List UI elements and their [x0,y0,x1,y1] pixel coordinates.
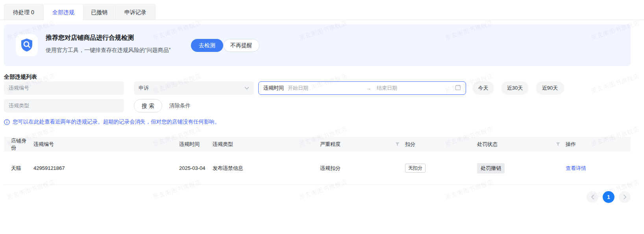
violation-date-range-picker[interactable]: 违规时间 开始日期 → 结束日期 [258,81,466,95]
page-1-button[interactable]: 1 [603,191,614,203]
violation-id-input[interactable]: 违规编号 [4,81,124,95]
search-button[interactable]: 搜 索 [134,99,162,112]
cell-actions: 查看详情 [566,165,631,172]
col-severity: 严重程度 [320,137,405,152]
cell-violation-time: 2025-03-04 [179,165,213,171]
banner-icon-box [16,34,38,56]
notice-text: 您可以在此处查看近两年的违规记录。超期的记录会消失，但对您的店铺没有任何影响。 [13,118,220,125]
col-actions: 操作 [566,137,631,152]
compliance-banner: 推荐您对店铺商品进行合规检测 使用官方工具，一键排查存在违规风险的“问题商品” … [4,24,631,66]
cell-severity: 违规扣分 [320,165,405,172]
table-row: 天猫 42959121867 2025-03-04 发布违禁信息 违规扣分 无扣… [4,152,631,185]
end-date-input[interactable]: 结束日期 [377,85,455,92]
range-arrow-icon: → [366,85,371,91]
tab-revoked[interactable]: 已撤销 [82,4,117,20]
store-watermark: 景玄阁图书旗舰店 [590,72,640,95]
pagination: 1 [587,191,631,203]
points-tag: 无扣分 [405,164,426,173]
cell-points: 无扣分 [405,164,477,173]
col-violation-id: 违规编号 [33,137,179,152]
section-title: 全部违规列表 [4,74,37,81]
prev-page-button[interactable] [587,191,598,203]
view-details-link[interactable]: 查看详情 [566,165,586,171]
info-icon [4,119,10,125]
date-range-label: 违规时间 [263,85,284,92]
appeal-select-label: 申诉 [139,81,149,95]
col-violation-type: 违规类型 [213,137,320,152]
quick-range-today[interactable]: 今天 [472,81,494,95]
quick-range-30days[interactable]: 近30天 [501,81,529,95]
records-notice: 您可以在此处查看近两年的违规记录。超期的记录会消失，但对您的店铺没有任何影响。 [4,118,220,125]
violation-type-input[interactable]: 违规类型 [4,99,124,112]
quick-range-90days[interactable]: 近90天 [536,81,564,95]
next-page-button[interactable] [619,191,631,203]
banner-title: 推荐您对店铺商品进行合规检测 [46,34,134,42]
start-date-input[interactable]: 开始日期 [288,85,366,92]
col-violation-time: 违规时间 [179,137,213,152]
tab-bar: 待处理 0 全部违规 已撤销 申诉记录 [0,0,644,20]
col-shop-type: 店铺身份 [11,137,33,152]
shield-search-icon [20,38,33,53]
cell-violation-type: 发布违禁信息 [213,165,320,172]
status-badge: 处罚撤销 [477,163,505,173]
status-filter-icon[interactable] [556,142,560,147]
chevron-down-icon [244,81,249,95]
tab-all-violations[interactable]: 全部违规 [43,4,83,20]
dismiss-reminder-button[interactable]: 不再提醒 [223,39,259,52]
cell-shop-type: 天猫 [11,165,33,172]
appeal-select[interactable]: 申诉 [134,81,254,95]
tab-appeal-records[interactable]: 申诉记录 [115,4,155,20]
go-detect-button[interactable]: 去检测 [191,39,223,52]
cell-violation-id: 42959121867 [33,165,179,171]
calendar-icon [455,85,461,92]
col-penalty-status: 处罚状态 [477,137,566,152]
violations-table-header: 店铺身份 违规编号 违规时间 违规类型 严重程度 扣分 处罚状态 操作 [4,137,631,152]
severity-filter-icon[interactable] [395,142,400,147]
cell-penalty-status: 处罚撤销 [477,163,566,173]
col-points: 扣分 [405,137,477,152]
clear-filters-button[interactable]: 清除条件 [169,99,191,112]
banner-subtitle: 使用官方工具，一键排查存在违规风险的“问题商品” [46,47,170,54]
tab-pending[interactable]: 待处理 0 [4,4,43,20]
